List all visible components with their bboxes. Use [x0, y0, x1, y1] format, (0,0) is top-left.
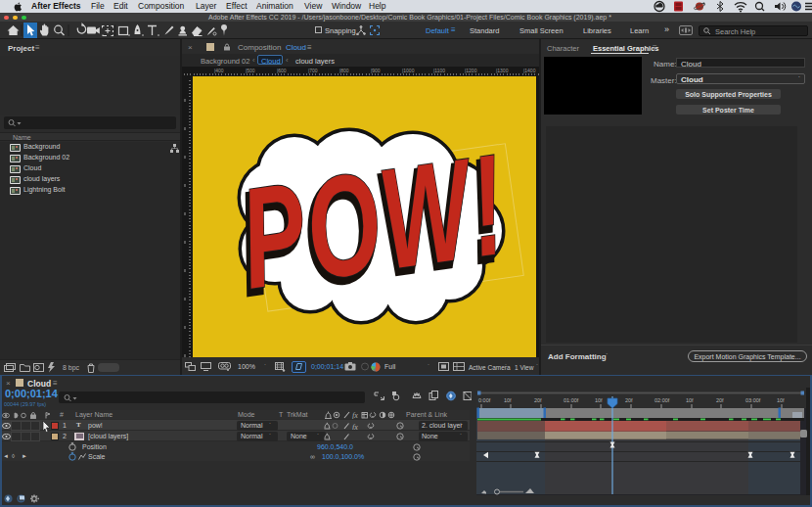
svg-text:fx: fx — [352, 411, 358, 419]
svg-text:20f: 20f — [716, 397, 724, 403]
svg-text:20f: 20f — [625, 397, 633, 403]
svg-text:0:00f: 0:00f — [478, 397, 491, 403]
svg-text:fx: fx — [352, 422, 358, 430]
svg-text:01:00f: 01:00f — [564, 397, 579, 403]
svg-text:03:00f: 03:00f — [745, 397, 761, 403]
svg-text:02:00f: 02:00f — [654, 397, 670, 403]
svg-text:20f: 20f — [534, 397, 542, 403]
svg-text:10f: 10f — [686, 397, 694, 403]
svg-text:10f: 10f — [595, 397, 603, 403]
svg-text:10f: 10f — [777, 397, 785, 403]
svg-text:10f: 10f — [504, 397, 512, 403]
